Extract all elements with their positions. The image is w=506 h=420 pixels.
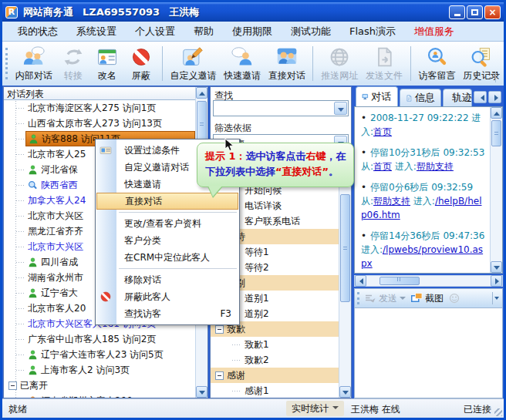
dialog-list-row[interactable]: 河南省郑州市客人290 [4,393,195,398]
dialog-list-row[interactable]: 广东省中山市客人185 访问2页 [4,331,195,347]
visitor-label: 河南省郑州市客人290 [41,395,133,398]
context-menu-item[interactable]: 更改/查看客户资料 [96,215,239,232]
resize-grip[interactable] [494,408,502,416]
send-icon [364,292,376,304]
dialog-group-row[interactable]: 已离开 [4,378,195,393]
compose-overflow-icon[interactable] [492,292,501,304]
toolbar-button[interactable]: 自定义邀请 [167,43,221,84]
visitor-msg-icon [427,46,448,68]
scroll-up-icon[interactable] [491,107,502,119]
tab-信息[interactable]: 信息 [400,89,442,106]
context-menu-item[interactable]: 在CRM中定位此客人 [96,249,239,266]
toolbar-button[interactable]: 内部对话 [12,43,56,84]
menu-item[interactable]: 我的状态 [8,25,67,39]
trail-hscrollbar[interactable] [354,275,503,287]
emoticon-button[interactable] [448,292,460,304]
toolbar-button[interactable]: 改名 [90,43,124,84]
collapse-icon[interactable] [215,371,224,380]
hint-text: 。 [329,166,339,177]
chat-people-icon [23,46,45,68]
visitor-label: 加拿大客人24 [28,194,86,207]
menu-item[interactable]: 系统设置 [67,25,126,39]
phrase-item-label: 客户联系电话 [245,215,300,228]
tab-scroll-buttons [474,91,503,106]
phrase-item-row[interactable]: 感谢1 [211,383,339,398]
scroll-right-icon[interactable] [491,275,502,287]
scroll-down-icon[interactable] [196,386,207,398]
toolbar-overflow-icon[interactable] [495,72,502,82]
toolbar-button[interactable]: 快速邀请 [220,43,265,84]
message-input[interactable] [354,307,503,398]
visit-trail: •2008-11-27 09:22:22 进入:首页•停留10分31秒后 09:… [354,106,503,274]
tree-line [16,277,25,278]
tab-轨迹[interactable]: 轨迹 [443,89,472,106]
status-user-online: 王洪梅 在线 [351,403,400,416]
visitor-info-panel: 对话信息轨迹 •2008-11-27 09:22:22 进入:首页•停留10分3… [354,86,503,398]
context-menu-item[interactable]: 客户分类 [96,232,239,249]
trail-link[interactable]: 帮助支持 [417,161,454,172]
trail-link[interactable]: 首页 [373,126,392,137]
transfer-icon [62,46,84,68]
phrase-category-row[interactable]: 感谢 [211,368,339,383]
realtime-stats-button[interactable]: 实时统计 [286,401,344,416]
send-icon [364,292,376,304]
phrase-item-label: 等待2 [245,261,269,274]
toolbar-button[interactable]: 屏蔽 [124,43,158,84]
toolbar-button[interactable]: 直接对话 [265,43,309,84]
person-green-icon [29,134,39,144]
scroll-thumb[interactable] [380,277,420,285]
collapse-icon[interactable] [8,381,17,390]
tab-对话[interactable]: 对话 [356,86,398,106]
context-menu-item[interactable]: 移除对话 [96,271,239,288]
phrase-item-label: 等待1 [245,246,269,259]
context-menu-item[interactable]: 屏蔽此客人 [96,288,239,305]
toolbar: 内部对话转接改名屏蔽自定义邀请快速邀请直接对话推送网址发送文件访客留言历史记录 [2,42,504,86]
menu-item[interactable]: Flash演示 [340,25,405,39]
screenshot-button[interactable]: 截图 [410,292,444,305]
status-bar: 就绪 实时统计 王洪梅 在线 已连接 [2,398,504,418]
scroll-left-icon[interactable] [355,275,366,287]
tab-label: 轨迹 [452,91,472,105]
person-green-icon [28,165,38,175]
scroll-up-icon[interactable] [196,87,207,99]
scroll-thumb[interactable] [491,120,501,146]
menu-item[interactable]: 测试功能 [282,25,340,39]
chevron-down-icon[interactable] [334,102,347,115]
collapse-icon[interactable] [215,325,224,334]
menu-item[interactable]: 使用期限 [223,25,282,39]
tree-line [16,354,25,355]
scroll-down-icon[interactable] [339,386,351,398]
screenshot-label: 截图 [425,292,444,305]
dialog-list-row[interactable]: 北京市海淀区客人275 访问1页 [4,100,195,116]
dialog-list-row[interactable]: 上海市客人2 访问3页 [4,362,195,378]
hint-text: “直接对话” [275,166,329,177]
menu-item[interactable]: 增值服务 [405,25,464,39]
trail-scrollbar[interactable] [490,107,502,273]
toolbar-button[interactable]: 访客留言 [415,43,460,84]
tab-prev-icon[interactable] [474,91,487,103]
hint-text: 选中访客点击 [246,150,306,162]
toolbar-button-label: 快速邀请 [224,69,261,82]
trail-link[interactable]: 首页 [373,161,392,172]
scroll-down-icon[interactable] [491,261,502,273]
context-menu-item[interactable]: 查找访客F3 [96,305,239,322]
menu-item[interactable]: 帮助 [184,25,223,39]
phrase-item-row[interactable]: 致歉2 [211,352,339,368]
visitor-label: 北京市客人25 [28,148,86,161]
find-combobox[interactable] [213,100,349,116]
tab-next-icon[interactable] [488,91,501,103]
send-dropdown-icon[interactable] [400,297,406,303]
scroll-thumb[interactable] [340,194,350,302]
menu-item[interactable]: 个人设置 [126,25,184,39]
send-button[interactable]: 发送 [364,292,406,305]
trail-link[interactable]: 帮助支持 [373,196,410,207]
trail-text: 进入: [392,161,417,172]
close-button[interactable]: × [484,5,501,19]
phrase-item-row[interactable]: 致歉1 [211,337,339,352]
maximize-button[interactable] [467,5,483,19]
dialog-list-row[interactable]: 山西省太原市客人273 访问13页 [4,116,195,131]
window-controls: × [449,5,501,19]
minimize-button[interactable] [449,5,465,19]
dialog-list-row[interactable]: 辽宁省大连市客人23 访问5页 [4,347,195,362]
phrase-list-scrollbar[interactable] [339,152,351,398]
